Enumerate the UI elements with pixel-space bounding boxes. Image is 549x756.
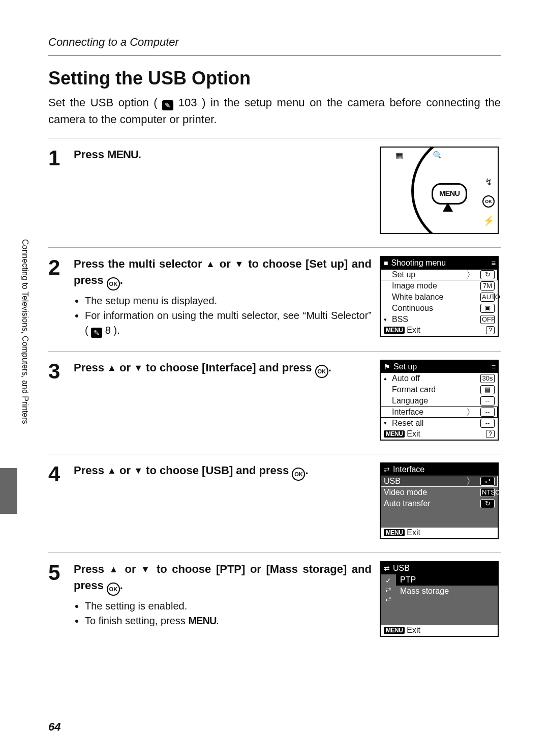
bullet-text: . bbox=[216, 615, 219, 626]
interface-menu-screen: ⇄ Interface USB 〉 ⇄ Video mode NTSC Auto… bbox=[380, 462, 499, 539]
value-icon: ‑‑ bbox=[480, 396, 495, 405]
menu-item-reset: ▾ Reset all ‑‑ bbox=[381, 418, 498, 429]
arrow-up-icon: ▴ bbox=[384, 375, 389, 382]
intro-text: Set the USB option ( bbox=[48, 96, 158, 109]
step-text: or bbox=[220, 257, 235, 270]
step-figure: ⇄ Interface USB 〉 ⇄ Video mode NTSC Auto… bbox=[380, 462, 501, 539]
step-text: . bbox=[120, 274, 123, 286]
chevron-right-icon: 〉 bbox=[466, 408, 475, 417]
menu-item-auto-transfer: Auto transfer ↻ bbox=[381, 498, 498, 509]
value-icon: NTSC bbox=[480, 488, 495, 497]
ptp-icon: ⇄ bbox=[385, 586, 391, 594]
page-ref-icon: ✎ bbox=[91, 328, 102, 338]
step-text: Press bbox=[74, 464, 107, 477]
help-icon: ? bbox=[486, 326, 495, 334]
exit-label: Exit bbox=[407, 528, 420, 537]
screen-footer: MENU Exit ? bbox=[381, 325, 498, 336]
step-bullet: To finish setting, press MENU. bbox=[85, 614, 372, 628]
step-bullet: For information on using the multi selec… bbox=[85, 308, 372, 338]
intro-paragraph: Set the USB option ( ✎ 103 ) in the setu… bbox=[48, 94, 501, 128]
step-text: . bbox=[120, 579, 123, 592]
screen-footer: MENU Exit ? bbox=[381, 429, 498, 440]
step-text: Press the multi selector bbox=[74, 257, 206, 270]
bullet-text: To finish setting, press bbox=[85, 615, 188, 626]
value-icon: OFF bbox=[480, 315, 495, 324]
step-body: Press the multi selector ▲ or ▼ to choos… bbox=[74, 256, 372, 338]
step-number: 2 bbox=[48, 256, 66, 338]
arrow-down-icon: ▼ bbox=[134, 466, 143, 476]
value-icon: 30s bbox=[480, 374, 495, 383]
menu-tag: MENU bbox=[384, 529, 405, 536]
camera-icon: ■ bbox=[384, 259, 388, 267]
header-rule bbox=[48, 55, 501, 55]
step-text: or bbox=[119, 361, 134, 374]
check-icon: ✓ bbox=[385, 576, 391, 585]
screen-title: USB bbox=[393, 564, 410, 573]
menu-label: BSS bbox=[392, 315, 408, 324]
arrow-down-icon: ▾ bbox=[384, 420, 389, 426]
screen-footer: MENU Exit bbox=[381, 528, 498, 538]
step-text: . bbox=[305, 464, 308, 477]
menu-label: Video mode bbox=[384, 488, 427, 497]
step-text: to choose [Interface] and press bbox=[146, 361, 315, 374]
step-body: Press ▲ or ▼ to choose [USB] and press O… bbox=[74, 462, 372, 539]
side-section-label: Connecting to Televisions, Computers, an… bbox=[20, 239, 29, 424]
step-3: 3 Press ▲ or ▼ to choose [Interface] and… bbox=[48, 357, 501, 449]
arrow-up-icon: ▲ bbox=[107, 363, 116, 373]
menu-label: Format card bbox=[392, 385, 436, 394]
manual-page: Connecting to a Computer Setting the USB… bbox=[0, 0, 549, 756]
screen-title-bar: ⇄ USB bbox=[381, 562, 498, 574]
setup-icon: ↻ bbox=[480, 270, 495, 279]
divider bbox=[48, 351, 501, 352]
menu-label: PTP bbox=[400, 575, 416, 585]
arrow-up-icon: ▲ bbox=[107, 466, 116, 476]
step-text: to choose [USB] and press bbox=[146, 464, 292, 477]
step-figure: ■ Shooting menu ≡ Set up 〉 ↻ Image mode … bbox=[380, 256, 501, 338]
flash-icon: ⚡ bbox=[483, 215, 494, 226]
screen-title-bar: ⚑ Set up ≡ bbox=[381, 361, 498, 373]
menu-item-bss: ▾ BSS OFF bbox=[381, 314, 498, 325]
divider bbox=[48, 138, 501, 138]
ok-icon: OK bbox=[315, 365, 328, 378]
screen-title-bar: ⇄ Interface bbox=[381, 463, 498, 476]
menu-label: Set up bbox=[392, 270, 415, 279]
value-icon: ‑‑ bbox=[480, 419, 495, 428]
menu-label: Image mode bbox=[392, 281, 437, 290]
step-text: Press bbox=[74, 563, 109, 575]
option-icon-strip: ✓ ⇄ ⇄ bbox=[381, 574, 396, 625]
screen-title: Interface bbox=[393, 465, 424, 474]
divider bbox=[48, 553, 501, 553]
menu-item-format: Format card ▤ bbox=[381, 384, 498, 395]
chevron-right-icon: 〉 bbox=[466, 477, 475, 486]
help-icon: ? bbox=[486, 430, 495, 438]
menu-label: Auto transfer bbox=[384, 499, 431, 508]
arrow-down-icon: ▼ bbox=[141, 564, 151, 574]
thumbnail-icon: ▦ bbox=[395, 151, 403, 160]
step-4: 4 Press ▲ or ▼ to choose [USB] and press… bbox=[48, 459, 501, 547]
ok-icon: OK bbox=[107, 277, 120, 290]
menu-item-continuous: Continuous ▣ bbox=[381, 303, 498, 314]
value-icon: ‑‑ bbox=[480, 408, 495, 417]
step-number: 3 bbox=[48, 360, 66, 441]
divider bbox=[48, 454, 501, 454]
step-figure: ⇄ USB ✓ ⇄ ⇄ PTP Mass storage bbox=[380, 561, 501, 637]
bullet-ref: 8 bbox=[105, 325, 111, 336]
value-icon: AUTO bbox=[480, 293, 495, 302]
step-1: 1 Press MENU. ▦ 🔍 ❓ ↯ OK ⚡ MENU bbox=[48, 143, 501, 242]
menu-item-image-mode: Image mode 7M bbox=[381, 280, 498, 292]
menu-label: Auto off bbox=[392, 374, 420, 383]
menu-item-mass-storage: Mass storage bbox=[396, 586, 498, 597]
interface-icon: ⇄ bbox=[384, 466, 390, 474]
menu-button: MENU bbox=[432, 183, 467, 205]
step-body: Press MENU. bbox=[74, 147, 372, 234]
menu-label: USB bbox=[384, 477, 401, 486]
arrow-up-icon bbox=[443, 202, 453, 212]
running-header: Connecting to a Computer bbox=[48, 36, 501, 55]
step-number: 5 bbox=[48, 561, 66, 637]
exit-label: Exit bbox=[407, 326, 420, 335]
side-tab bbox=[0, 468, 17, 514]
step-figure: ⚑ Set up ≡ ▴ Auto off 30s Format card ▤ … bbox=[380, 360, 501, 441]
step-body: Press ▲ or ▼ to choose [Interface] and p… bbox=[74, 360, 372, 441]
divider bbox=[48, 247, 501, 248]
transfer-icon: ↯ bbox=[485, 177, 493, 188]
